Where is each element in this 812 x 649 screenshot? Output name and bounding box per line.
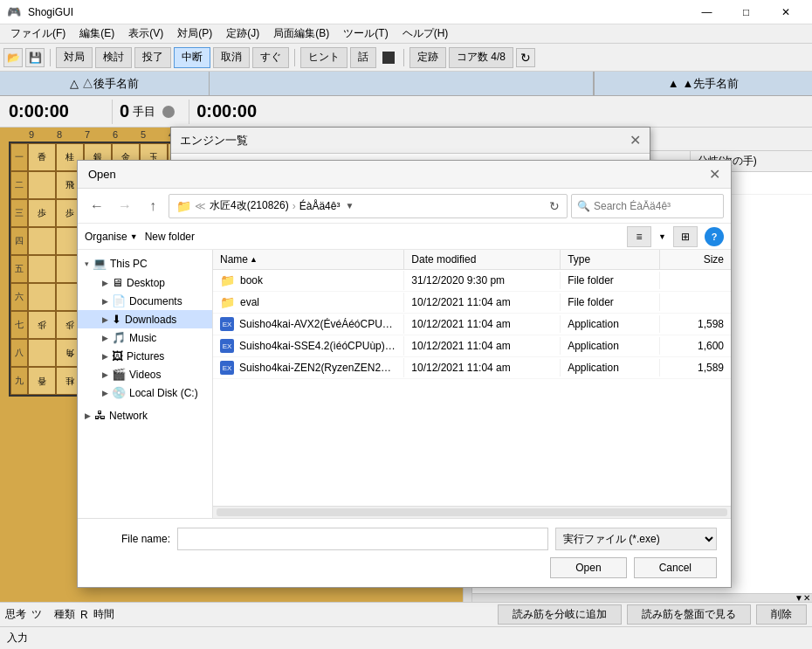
menu-game[interactable]: 対局(P) (170, 24, 219, 43)
folder-icon-bc: 📁 (176, 199, 191, 213)
toolbar-hanashi[interactable]: 話 (350, 47, 376, 68)
sidebar-localdisk[interactable]: ▶ 💿 Local Disk (C:) (78, 383, 212, 402)
exe-icon-3: EX (220, 361, 234, 375)
maximize-btn[interactable]: □ (726, 0, 766, 24)
sidebar-documents[interactable]: ▶ 📄 Documents (78, 292, 212, 310)
cancel-btn[interactable]: Cancel (634, 557, 717, 578)
gote-name: ▲先手名前 (683, 76, 740, 92)
toolbar-torikeshi[interactable]: 取消 (213, 47, 250, 68)
sidebar-desktop[interactable]: ▶ 🖥 Desktop (78, 273, 212, 292)
minimize-btn[interactable]: — (687, 0, 726, 24)
downloads-icon: ⬇ (112, 313, 121, 326)
sidebar-downloads-label: Downloads (125, 314, 176, 326)
player-name-section: △△後手名前 ▲▲先手名前 (0, 72, 812, 96)
menu-help[interactable]: ヘルプ(H) (396, 24, 456, 43)
search-box[interactable]: 🔍 (571, 194, 724, 218)
filename-input[interactable] (177, 528, 548, 550)
file-name-exe2: EX Suisho4kai-SSE4.2(ìéóCPUùp).exe (213, 336, 404, 356)
file-size-book (660, 278, 731, 283)
col-name-header[interactable]: Name ▲ (213, 250, 404, 269)
menu-file[interactable]: ファイル(F) (3, 24, 72, 43)
toolbar-cores[interactable]: コア数 4/8 (449, 47, 513, 68)
file-row-eval[interactable]: 📁 eval 10/12/2021 11:04 am File folder (213, 292, 731, 314)
filetype-select[interactable]: 実行ファイル (*.exe) (555, 528, 717, 550)
breadcrumb-refresh[interactable]: ↻ (549, 199, 560, 213)
sidebar-documents-label: Documents (129, 295, 182, 307)
toolbar-kentou[interactable]: 検討 (95, 47, 132, 68)
open-dialog-close[interactable]: ✕ (709, 166, 720, 183)
chevron-right-icon: ▶ (102, 279, 108, 287)
clock-section (210, 72, 594, 95)
view-toggle-list[interactable]: ≡ (627, 226, 651, 247)
menu-edit[interactable]: 編集(E) (72, 24, 121, 43)
file-row-exe2[interactable]: EX Suisho4kai-SSE4.2(ìéóCPUùp).exe 10/12… (213, 335, 731, 357)
dl-chevron-icon: ▶ (102, 315, 108, 324)
open-dialog: Open ✕ ← → ↑ 📁 ≪ 水匠4改(210826) › ÉàÅä4ê³ … (77, 160, 732, 588)
horizontal-scrollbar[interactable] (213, 506, 731, 518)
sidebar-videos[interactable]: ▶ 🎬 Videos (78, 365, 212, 383)
scroll-close-icon[interactable]: ▼✕ (795, 593, 810, 602)
search-input[interactable] (594, 200, 718, 212)
nav-back-btn[interactable]: ← (85, 194, 109, 218)
disk-chevron-icon: ▶ (102, 389, 108, 397)
menu-board-edit[interactable]: 局面編集(B) (266, 24, 336, 43)
engine-dialog-title: エンジン一覧 (180, 133, 248, 148)
toolbar-sugu[interactable]: すぐ (252, 47, 289, 68)
file-size-eval (660, 300, 731, 305)
file-name-eval: 📁 eval (213, 293, 404, 312)
sidebar-network[interactable]: ▶ 🖧 Network (78, 405, 212, 425)
organise-btn[interactable]: Organise ▼ (85, 231, 138, 243)
menu-tools[interactable]: ツール(T) (336, 24, 395, 43)
file-row-exe3[interactable]: EX Suisho4kai-ZEN2(RyzenZEN2CPUùp).exe 1… (213, 357, 731, 379)
new-folder-btn[interactable]: New folder (145, 231, 195, 243)
sidebar-pictures[interactable]: ▶ 🖼 Pictures (78, 347, 212, 365)
sidebar-network-label: Network (109, 410, 148, 422)
sidebar-downloads[interactable]: ▶ ⬇ Downloads (78, 310, 212, 328)
add-branch-btn[interactable]: 読み筋を分岐に追加 (498, 604, 622, 625)
documents-icon: 📄 (112, 294, 126, 307)
sente-name: △後手名前 (82, 76, 139, 92)
sidebar-music[interactable]: ▶ 🎵 Music (78, 328, 212, 347)
menu-view[interactable]: 表示(V) (121, 24, 170, 43)
toolbar-file-icon[interactable]: 📂 (3, 48, 23, 67)
col-date-header[interactable]: Date modified (404, 250, 561, 269)
toolbar-stop-icon[interactable] (382, 52, 395, 64)
breadcrumb-bar[interactable]: 📁 ≪ 水匠4改(210826) › ÉàÅä4ê³ ▼ ↻ (169, 194, 568, 218)
toolbar-chudan[interactable]: 中断 (174, 47, 210, 68)
toolbar-refresh-icon[interactable]: ↻ (516, 48, 535, 67)
open-dialog-titlebar: Open ✕ (78, 161, 731, 189)
toolbar-joseki[interactable]: 定跡 (409, 47, 446, 68)
file-list-area: Name ▲ Date modified Type Size 📁 book (213, 250, 731, 518)
view-toggle-detail[interactable]: ⊞ (673, 226, 698, 247)
view-board-btn[interactable]: 読み筋を盤面で見る (627, 604, 751, 625)
col-type-header[interactable]: Type (561, 250, 660, 269)
breadcrumb-folder1: 水匠4改(210826) (210, 198, 289, 213)
view-help-btn[interactable]: ? (705, 227, 724, 246)
toolbar-taisen[interactable]: 対局 (56, 47, 93, 68)
view-toggle-dropdown[interactable]: ▼ (658, 232, 666, 241)
file-size-exe2: 1,600 (660, 337, 731, 355)
open-btn[interactable]: Open (550, 557, 626, 578)
bc-double-chevron: ≪ (195, 200, 206, 212)
nav-forward-btn[interactable]: → (113, 194, 137, 218)
close-btn[interactable]: ✕ (766, 0, 805, 24)
pictures-chevron-icon: ▶ (102, 352, 108, 361)
toolbar-hint[interactable]: ヒント (300, 47, 348, 68)
sente-player: △△後手名前 (0, 72, 210, 95)
menu-joseki[interactable]: 定跡(J) (219, 24, 266, 43)
toolbar-sep3 (403, 49, 404, 66)
file-row-book[interactable]: 📁 book 31/12/2020 9:30 pm File folder (213, 270, 731, 292)
col-size-header[interactable]: Size (660, 250, 731, 269)
engine-dialog-close[interactable]: ✕ (630, 132, 641, 148)
file-list-header: Name ▲ Date modified Type Size (213, 250, 731, 270)
delete-btn[interactable]: 削除 (756, 604, 807, 625)
file-row-exe1[interactable]: EX Suisho4kai-AVX2(ÉvéÁéóCPUùp).exe 10/1… (213, 314, 731, 335)
network-icon: 🖧 (94, 409, 106, 422)
file-date-book: 31/12/2020 9:30 pm (404, 272, 561, 289)
dialog-buttons-row: Open Cancel (92, 557, 717, 578)
sidebar-thispc[interactable]: ▾ 💻 This PC (78, 253, 212, 273)
toolbar-touryo[interactable]: 投了 (134, 47, 171, 68)
nav-up-btn[interactable]: ↑ (141, 194, 165, 218)
toolbar-save-icon[interactable]: 💾 (25, 48, 45, 67)
breadcrumb-dropdown[interactable]: ▼ (345, 201, 354, 211)
